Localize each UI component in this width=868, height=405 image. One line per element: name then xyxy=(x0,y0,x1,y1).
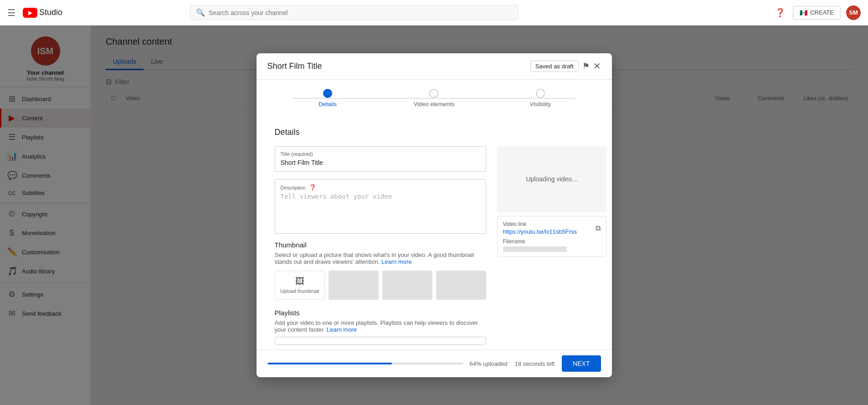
saved-badge: Saved as draft xyxy=(530,61,579,72)
section-title: Details xyxy=(275,128,594,137)
step-details: Details xyxy=(275,89,381,108)
modal-close-button[interactable]: ✕ xyxy=(593,61,601,72)
modal-body: Details Title (required) Description ❓ xyxy=(257,117,612,349)
filename-value xyxy=(503,246,567,252)
description-input[interactable] xyxy=(281,193,480,229)
playlists-section: Playlists Add your video to one or more … xyxy=(275,309,486,345)
help-button[interactable]: ❓ xyxy=(773,5,787,20)
progress-fill xyxy=(267,363,392,364)
description-field-label: Description ❓ xyxy=(281,184,480,191)
title-field-label: Title (required) xyxy=(281,151,480,157)
top-header: ☰ Studio 🔍 ❓ 🇲🇽 CREATE SM xyxy=(0,0,868,26)
step-dot-video-elements xyxy=(429,89,438,98)
youtube-icon xyxy=(23,8,37,18)
right-col: Uploading video... Video link https://yo… xyxy=(497,146,606,349)
uploading-text: Uploading video... xyxy=(526,175,577,183)
video-link-section: Video link https://youtu.be/lx11sb5Frss xyxy=(503,221,577,236)
thumbnail-learn-more-link[interactable]: Learn more xyxy=(381,258,411,265)
step-dot-details xyxy=(323,89,332,98)
video-preview: Uploading video... xyxy=(497,146,606,212)
thumbnail-title: Thumbnail xyxy=(275,241,486,249)
filename-label: Filename xyxy=(503,238,601,245)
search-bar: 🔍 xyxy=(190,5,518,20)
step-visibility: Visibility xyxy=(487,89,593,108)
video-info-box: Video link https://youtu.be/lx11sb5Frss … xyxy=(497,216,606,257)
playlists-desc: Add your video to one or more playlists.… xyxy=(275,319,486,333)
progress-track xyxy=(267,363,462,364)
thumbnail-section: Thumbnail Select or upload a picture tha… xyxy=(275,241,486,300)
step-dot-visibility xyxy=(536,89,545,98)
thumbnail-upload-icon: 🖼 xyxy=(295,276,304,287)
modal-flag-button[interactable]: ⚑ xyxy=(582,61,590,71)
create-flag-icon: 🇲🇽 xyxy=(800,9,807,16)
thumbnail-upload-button[interactable]: 🖼 Upload thumbnail xyxy=(275,271,325,300)
title-input[interactable] xyxy=(281,159,480,166)
thumbnail-frame-2[interactable] xyxy=(382,271,432,300)
video-link-label: Video link xyxy=(503,221,577,227)
thumbnail-frame-3[interactable] xyxy=(436,271,486,300)
copy-link-button[interactable]: ⧉ xyxy=(596,224,601,232)
upload-modal: Short Film Title Saved as draft ⚑ ✕ Deta… xyxy=(257,53,612,377)
search-input[interactable] xyxy=(209,9,512,16)
video-link-row: Video link https://youtu.be/lx11sb5Frss … xyxy=(503,221,601,236)
step-video-elements: Video elements xyxy=(381,89,487,108)
modal-title: Short Film Title xyxy=(267,62,322,71)
create-button[interactable]: 🇲🇽 CREATE xyxy=(793,6,841,20)
playlists-title: Playlists xyxy=(275,309,486,317)
title-field-box[interactable]: Title (required) xyxy=(275,146,486,172)
step-label-video-elements: Video elements xyxy=(414,101,454,108)
thumbnail-desc: Select or upload a picture that shows wh… xyxy=(275,251,486,265)
steps-bar: Details Video elements Visibility xyxy=(257,80,612,117)
modal-header-actions: Saved as draft ⚑ ✕ xyxy=(530,61,601,72)
modal-overlay: Short Film Title Saved as draft ⚑ ✕ Deta… xyxy=(0,26,868,405)
thumbnail-upload-label: Upload thumbnail xyxy=(280,288,319,294)
step-label-visibility: Visibility xyxy=(529,101,551,108)
playlists-dropdown[interactable] xyxy=(275,337,486,345)
video-link-url[interactable]: https://youtu.be/lx11sb5Frss xyxy=(503,228,577,235)
logo: Studio xyxy=(23,8,62,18)
left-col: Title (required) Description ❓ Thumbnail xyxy=(275,146,486,349)
next-button[interactable]: NEXT xyxy=(562,355,601,372)
search-icon: 🔍 xyxy=(196,8,205,17)
thumbnail-frame-1[interactable] xyxy=(329,271,379,300)
progress-percent-text: 64% uploaded xyxy=(470,360,508,367)
description-help-icon: ❓ xyxy=(309,184,316,191)
header-right-actions: ❓ 🇲🇽 CREATE SM xyxy=(773,5,861,20)
logo-text: Studio xyxy=(39,8,62,17)
progress-time-left: 18 seconds left xyxy=(515,360,555,367)
modal-header: Short Film Title Saved as draft ⚑ ✕ xyxy=(257,53,612,80)
hamburger-icon[interactable]: ☰ xyxy=(7,7,15,18)
thumbnail-options: 🖼 Upload thumbnail xyxy=(275,271,486,300)
playlists-learn-more-link[interactable]: Learn more xyxy=(327,326,357,333)
step-label-details: Details xyxy=(318,101,337,108)
create-label: CREATE xyxy=(810,9,834,16)
avatar[interactable]: SM xyxy=(846,5,861,20)
modal-footer: 64% uploaded 18 seconds left NEXT xyxy=(257,349,612,377)
two-col: Title (required) Description ❓ Thumbnail xyxy=(275,146,594,349)
description-field-box[interactable]: Description ❓ xyxy=(275,179,486,234)
